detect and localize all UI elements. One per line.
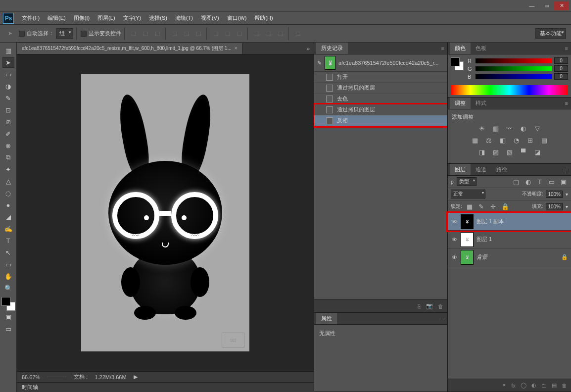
menu-window[interactable]: 窗口(W) [223, 12, 251, 25]
move-tool-icon[interactable]: ➤ [5, 29, 15, 39]
dist-2-icon[interactable]: ⬚ [223, 29, 233, 39]
tool-wand[interactable]: ✎ [2, 93, 14, 103]
tool-screenmode[interactable]: ▭ [2, 323, 14, 334]
paths-tab[interactable]: 路径 [491, 164, 512, 175]
history-item-copy2[interactable]: 通过拷贝的图层 [314, 104, 447, 115]
adj-brightness-icon[interactable]: ☀ [477, 124, 486, 133]
tool-marquee[interactable]: ▭ [2, 69, 14, 80]
document-tab[interactable]: afc1ea8376515472fe590fccd42a20c5_resize,… [17, 43, 243, 54]
fx-icon[interactable]: fx [511, 383, 516, 389]
history-snapshot[interactable]: ✎ 🐰 afc1ea8376515472fe590fccd42a20c5_r..… [314, 54, 447, 72]
b-slider[interactable] [476, 74, 552, 79]
adj-exposure-icon[interactable]: ◐ [519, 124, 528, 133]
zoom-value[interactable]: 66.67% [22, 374, 40, 380]
snapshot-icon[interactable]: 📷 [426, 303, 433, 309]
mask-icon[interactable]: ◯ [521, 382, 526, 389]
new-doc-icon[interactable]: ⎘ [418, 303, 421, 309]
adj-lookup-icon[interactable]: ▤ [540, 136, 549, 145]
link-icon[interactable]: ⚭ [502, 382, 506, 389]
adj-bw-icon[interactable]: ◧ [498, 136, 507, 145]
tool-heal[interactable]: ✐ [2, 128, 14, 139]
properties-tab[interactable]: 属性 [316, 313, 337, 324]
menu-select[interactable]: 选择(S) [145, 12, 171, 25]
adjust-menu[interactable]: ≡ [562, 100, 571, 106]
tool-eyedrop[interactable]: ⎚ [2, 116, 14, 127]
tool-hand[interactable]: ✋ [2, 271, 14, 282]
dist-5-icon[interactable]: ⬚ [264, 29, 274, 39]
align-left-icon[interactable]: ⬚ [170, 29, 180, 39]
lock-trans-icon[interactable]: ▦ [465, 202, 474, 211]
adj-curves-icon[interactable]: 〰 [505, 124, 514, 133]
visibility-icon[interactable]: 👁 [451, 219, 458, 225]
workspace-switcher[interactable]: 基本功能 [535, 28, 566, 39]
history-item-copy1[interactable]: 通过拷贝的图层 [314, 83, 447, 94]
adj-levels-icon[interactable]: ▥ [491, 124, 500, 133]
swatches-tab[interactable]: 色板 [471, 43, 491, 54]
timeline-panel[interactable]: 时间轴 [17, 382, 314, 392]
layer-name[interactable]: 图层 1 副本 [476, 218, 504, 225]
tool-pen[interactable]: ✍ [2, 223, 14, 234]
color-tab[interactable]: 颜色 [450, 43, 471, 54]
tool-brush[interactable]: ⊗ [2, 140, 14, 151]
layers-menu[interactable]: ≡ [562, 167, 571, 173]
tool-move[interactable]: ➤ [2, 57, 14, 68]
adj-balance-icon[interactable]: ⚖ [484, 136, 493, 145]
g-value[interactable]: 0 [554, 65, 568, 72]
adjust-tab[interactable]: 调整 [450, 98, 471, 109]
menu-view[interactable]: 视图(V) [197, 12, 223, 25]
color-spectrum[interactable] [451, 85, 568, 95]
adj-invert-icon[interactable]: ◨ [477, 147, 486, 156]
tool-history-brush[interactable]: ✦ [2, 164, 14, 175]
window-min[interactable]: — [524, 1, 539, 10]
filter-shape-icon[interactable]: ▭ [547, 177, 556, 186]
tool-blur[interactable]: ● [2, 199, 14, 210]
align-center-icon[interactable]: ⬚ [182, 29, 191, 39]
align-mid-icon[interactable]: ⬚ [141, 29, 150, 39]
history-item-open[interactable]: 打开 [314, 72, 447, 83]
filter-adj-icon[interactable]: ◐ [523, 177, 532, 186]
visibility-icon[interactable]: 👁 [451, 254, 458, 260]
auto-align-icon[interactable]: ⬚ [293, 29, 303, 39]
layer-row-bg[interactable]: 👁 🐰 背景 🔒 [448, 248, 571, 266]
dist-4-icon[interactable]: ⬚ [252, 29, 262, 39]
tool-gradient[interactable]: ◌ [2, 188, 14, 198]
layer-name[interactable]: 背景 [476, 253, 487, 261]
adj-threshold-icon[interactable]: ▧ [505, 147, 514, 156]
tool-eraser[interactable]: △ [2, 176, 14, 187]
tool-stamp[interactable]: ⧉ [2, 152, 14, 163]
color-picker-swatch[interactable] [451, 57, 464, 70]
filter-pixel-icon[interactable]: ▢ [512, 177, 521, 186]
tool-expand[interactable]: ▥ [2, 45, 14, 56]
auto-select-dropdown[interactable]: 组 [56, 28, 73, 39]
adj-select-icon[interactable]: ◪ [533, 147, 542, 156]
lock-all-icon[interactable]: 🔒 [501, 202, 510, 211]
layer-filter-kind[interactable]: 类型 [457, 177, 476, 186]
align-top-icon[interactable]: ⬚ [129, 29, 139, 39]
align-bot-icon[interactable]: ⬚ [152, 29, 162, 39]
transform-checkbox[interactable] [81, 31, 87, 37]
color-swatch[interactable] [1, 297, 15, 311]
delete-layer-icon[interactable]: 🗑 [562, 383, 567, 389]
layer-row-copy[interactable]: 👁 🐰 图层 1 副本 [448, 213, 571, 231]
menu-filter[interactable]: 滤镜(T) [171, 12, 197, 25]
styles-tab[interactable]: 样式 [471, 98, 491, 109]
menu-image[interactable]: 图像(I) [70, 12, 94, 25]
adj-vibrance-icon[interactable]: ▽ [533, 124, 542, 133]
tool-crop[interactable]: ⊡ [2, 104, 14, 115]
filter-smart-icon[interactable]: ▣ [559, 177, 568, 186]
history-tab[interactable]: 历史记录 [316, 43, 348, 54]
channels-tab[interactable]: 通道 [471, 164, 491, 175]
tab-overflow[interactable]: » [303, 46, 314, 51]
menu-edit[interactable]: 编辑(E) [44, 12, 70, 25]
r-value[interactable]: 0 [554, 57, 568, 64]
trash-icon[interactable]: 🗑 [438, 303, 443, 309]
filter-type-icon[interactable]: T [535, 177, 544, 186]
tool-type[interactable]: T [2, 235, 14, 246]
r-slider[interactable] [476, 58, 552, 63]
window-close[interactable]: ✕ [554, 1, 569, 10]
dist-3-icon[interactable]: ⬚ [235, 29, 244, 39]
b-value[interactable]: 0 [554, 73, 568, 80]
canvas-viewport[interactable]: 〰〰 ▯▯▯ [17, 54, 314, 371]
tool-shape[interactable]: ▭ [2, 259, 14, 270]
menu-help[interactable]: 帮助(H) [250, 12, 277, 25]
